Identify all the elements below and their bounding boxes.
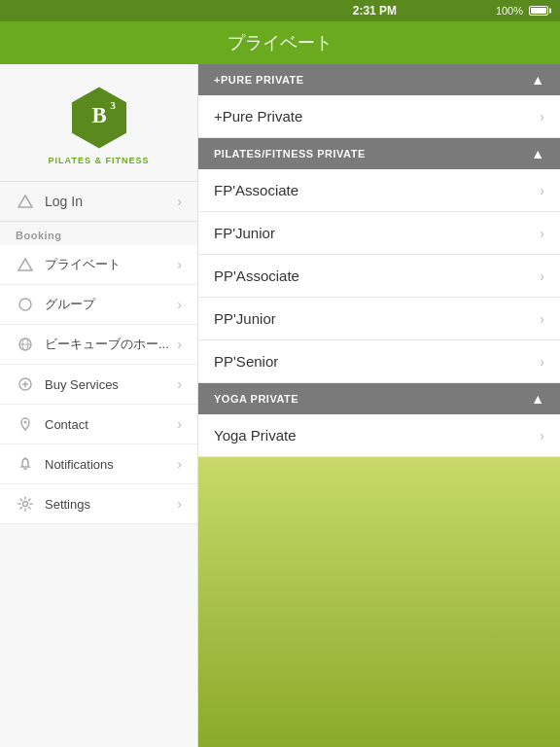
- category-header-pilates: PILATES/FITNESS PRIVATE ▲: [198, 138, 560, 169]
- bell-icon: [16, 454, 35, 474]
- list-item-chevron-fp-associate: ›: [540, 183, 544, 198]
- bcube-home-chevron: ›: [177, 337, 182, 352]
- location-icon: [16, 414, 35, 434]
- sidebar-item-notifications[interactable]: Notifications ›: [0, 445, 197, 484]
- list-item-label-pure-private: +Pure Private: [214, 108, 540, 124]
- list-item-label-pp-associate: PP'Associate: [214, 267, 540, 284]
- logo-subtitle: PILATES & FITNESS: [49, 156, 150, 165]
- list-item-yoga-private[interactable]: Yoga Private ›: [198, 414, 560, 457]
- list-item-chevron-fp-junior: ›: [540, 226, 544, 241]
- buy-services-label: Buy Services: [45, 377, 177, 392]
- category-title-pure-private: +PURE PRIVATE: [214, 74, 304, 86]
- page-header: プライベート: [0, 21, 560, 64]
- list-item-label-yoga-private: Yoga Private: [214, 427, 540, 444]
- list-item-label-fp-associate: FP'Associate: [214, 182, 540, 198]
- list-item-pp-junior[interactable]: PP'Junior ›: [198, 298, 560, 340]
- status-bar: 2:31 PM 100%: [0, 0, 560, 21]
- content-filler: [198, 457, 560, 747]
- list-item-pure-private[interactable]: +Pure Private ›: [198, 95, 560, 138]
- notifications-chevron: ›: [177, 456, 182, 472]
- buy-services-chevron: ›: [177, 376, 182, 392]
- sidebar-item-buy-services[interactable]: Buy Services ›: [0, 365, 197, 405]
- list-item-label-pp-junior: PP'Junior: [214, 310, 540, 327]
- svg-point-5: [19, 299, 31, 310]
- settings-chevron: ›: [177, 496, 182, 512]
- status-bar-right: 100%: [496, 5, 548, 17]
- group-chevron: ›: [177, 297, 182, 312]
- main-content: B 3 PILATES & FITNESS Log In › Booking: [0, 64, 560, 747]
- list-item-fp-associate[interactable]: FP'Associate ›: [198, 169, 560, 212]
- sidebar-item-contact[interactable]: Contact ›: [0, 405, 197, 445]
- booking-section-label: Booking: [0, 222, 197, 245]
- category-expand-icon-yoga[interactable]: ▲: [531, 391, 544, 407]
- sidebar-item-bcube-home[interactable]: ビーキューブのホー... ›: [0, 325, 197, 365]
- private-icon: [16, 255, 35, 274]
- list-item-chevron-pp-junior: ›: [540, 311, 544, 327]
- globe-icon: [16, 335, 35, 354]
- list-item-chevron-pp-associate: ›: [540, 268, 544, 284]
- status-bar-time: 2:31 PM: [254, 4, 496, 18]
- svg-marker-4: [18, 259, 32, 270]
- category-expand-icon-pure-private[interactable]: ▲: [531, 72, 544, 88]
- group-label: グループ: [45, 296, 177, 313]
- category-header-yoga: YOGA PRIVATE ▲: [198, 383, 560, 414]
- list-item-label-fp-junior: FP'Junior: [214, 225, 540, 241]
- gear-icon: [16, 494, 35, 514]
- plus-circle-icon: [16, 374, 35, 394]
- category-title-pilates: PILATES/FITNESS PRIVATE: [214, 148, 366, 160]
- battery-icon: [529, 6, 548, 16]
- list-item-pp-associate[interactable]: PP'Associate ›: [198, 255, 560, 298]
- login-icon: [16, 192, 35, 211]
- sidebar-item-private[interactable]: プライベート ›: [0, 245, 197, 285]
- page-title: プライベート: [228, 31, 332, 54]
- private-chevron: ›: [177, 257, 182, 272]
- logo-icon: B 3: [65, 84, 133, 152]
- sidebar-item-group[interactable]: グループ ›: [0, 285, 197, 325]
- svg-point-12: [24, 421, 27, 424]
- settings-label: Settings: [45, 497, 177, 512]
- list-item-chevron-pp-senior: ›: [540, 354, 544, 370]
- bcube-home-label: ビーキューブのホー...: [45, 336, 177, 353]
- contact-label: Contact: [45, 417, 177, 432]
- category-title-yoga: YOGA PRIVATE: [214, 393, 298, 405]
- svg-text:B: B: [91, 103, 106, 127]
- login-chevron: ›: [177, 194, 182, 209]
- battery-label: 100%: [496, 5, 523, 17]
- sidebar-item-settings[interactable]: Settings ›: [0, 484, 197, 524]
- sidebar: B 3 PILATES & FITNESS Log In › Booking: [0, 64, 198, 747]
- category-header-pure-private: +PURE PRIVATE ▲: [198, 64, 560, 95]
- notifications-label: Notifications: [45, 457, 177, 472]
- list-item-fp-junior[interactable]: FP'Junior ›: [198, 212, 560, 255]
- svg-marker-3: [18, 196, 32, 207]
- category-expand-icon-pilates[interactable]: ▲: [531, 146, 544, 161]
- list-item-chevron-yoga-private: ›: [540, 428, 544, 444]
- list-item-pp-senior[interactable]: PP'Senior ›: [198, 340, 560, 383]
- content-area: +PURE PRIVATE ▲ +Pure Private › PILATES/…: [198, 64, 560, 747]
- svg-point-13: [23, 502, 28, 507]
- login-label: Log In: [45, 194, 177, 209]
- logo-area: B 3 PILATES & FITNESS: [0, 64, 197, 182]
- login-row[interactable]: Log In ›: [0, 182, 197, 222]
- group-icon: [16, 295, 35, 314]
- contact-chevron: ›: [177, 416, 182, 432]
- list-item-chevron-pure-private: ›: [540, 109, 544, 124]
- private-label: プライベート: [45, 256, 177, 273]
- svg-text:3: 3: [110, 99, 116, 111]
- list-item-label-pp-senior: PP'Senior: [214, 353, 540, 370]
